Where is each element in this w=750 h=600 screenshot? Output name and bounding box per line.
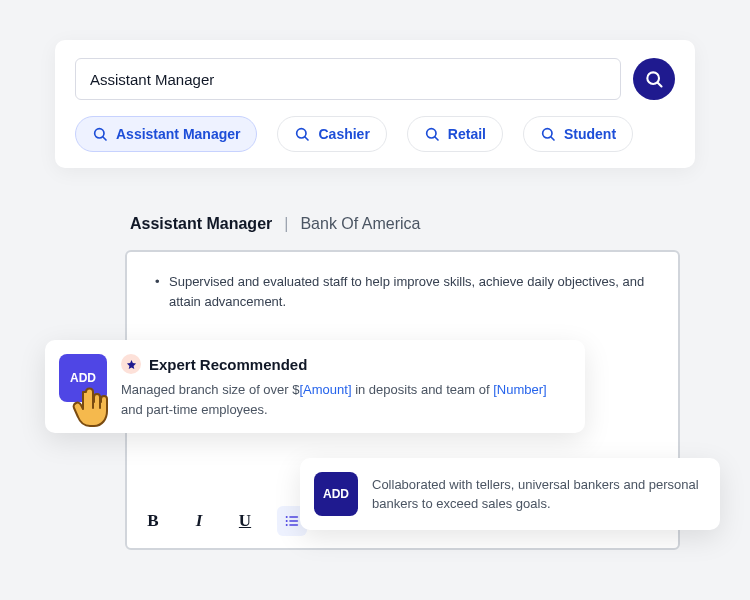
svg-point-12 xyxy=(286,520,288,522)
search-button[interactable] xyxy=(633,58,675,100)
format-toolbar: B I U xyxy=(139,506,307,536)
svg-line-5 xyxy=(305,137,308,140)
chip-label: Assistant Manager xyxy=(116,126,240,142)
chip-student[interactable]: Student xyxy=(523,116,633,152)
recommendation-card-expert: ADD Expert Recommended Managed branch si… xyxy=(45,340,585,433)
search-icon xyxy=(540,126,556,142)
search-input[interactable] xyxy=(75,58,621,100)
svg-line-3 xyxy=(103,137,106,140)
text-part: Managed branch size of over $ xyxy=(121,382,300,397)
star-badge xyxy=(121,354,141,374)
search-card: Assistant Manager Cashier Retail Student xyxy=(55,40,695,168)
chip-cashier[interactable]: Cashier xyxy=(277,116,386,152)
chip-label: Cashier xyxy=(318,126,369,142)
company-name: Bank Of America xyxy=(300,215,420,233)
placeholder-amount[interactable]: [Amount] xyxy=(300,382,352,397)
separator: | xyxy=(284,215,288,233)
text-part: and part-time employees. xyxy=(121,402,268,417)
chip-label: Student xyxy=(564,126,616,142)
bullet-item[interactable]: Supervised and evaluated staff to help i… xyxy=(155,272,650,311)
star-icon xyxy=(126,359,137,370)
add-button[interactable]: ADD xyxy=(59,354,107,402)
recommendation-title: Expert Recommended xyxy=(149,356,307,373)
add-button[interactable]: ADD xyxy=(314,472,358,516)
search-icon xyxy=(92,126,108,142)
bold-button[interactable]: B xyxy=(139,507,167,535)
recommendation-body: Expert Recommended Managed branch size o… xyxy=(121,354,567,419)
underline-button[interactable]: U xyxy=(231,507,259,535)
svg-point-10 xyxy=(286,516,288,518)
recommendation-text: Collaborated with tellers, universal ban… xyxy=(372,475,706,514)
search-icon xyxy=(644,69,664,89)
svg-line-1 xyxy=(658,83,662,87)
chip-assistant-manager[interactable]: Assistant Manager xyxy=(75,116,257,152)
italic-button[interactable]: I xyxy=(185,507,213,535)
recommendation-text: Managed branch size of over $[Amount] in… xyxy=(121,380,567,419)
role-title: Assistant Manager xyxy=(130,215,272,233)
suggestion-chips: Assistant Manager Cashier Retail Student xyxy=(75,116,675,152)
svg-line-9 xyxy=(551,137,554,140)
search-icon xyxy=(294,126,310,142)
chip-retail[interactable]: Retail xyxy=(407,116,503,152)
search-icon xyxy=(424,126,440,142)
recommendation-header: Expert Recommended xyxy=(121,354,567,374)
placeholder-number[interactable]: [Number] xyxy=(493,382,546,397)
experience-header: Assistant Manager | Bank Of America xyxy=(130,215,420,233)
list-icon xyxy=(284,513,300,529)
text-part: in deposits and team of xyxy=(352,382,494,397)
chip-label: Retail xyxy=(448,126,486,142)
svg-line-7 xyxy=(435,137,438,140)
recommendation-card-collab: ADD Collaborated with tellers, universal… xyxy=(300,458,720,530)
search-row xyxy=(75,58,675,100)
svg-point-14 xyxy=(286,524,288,526)
